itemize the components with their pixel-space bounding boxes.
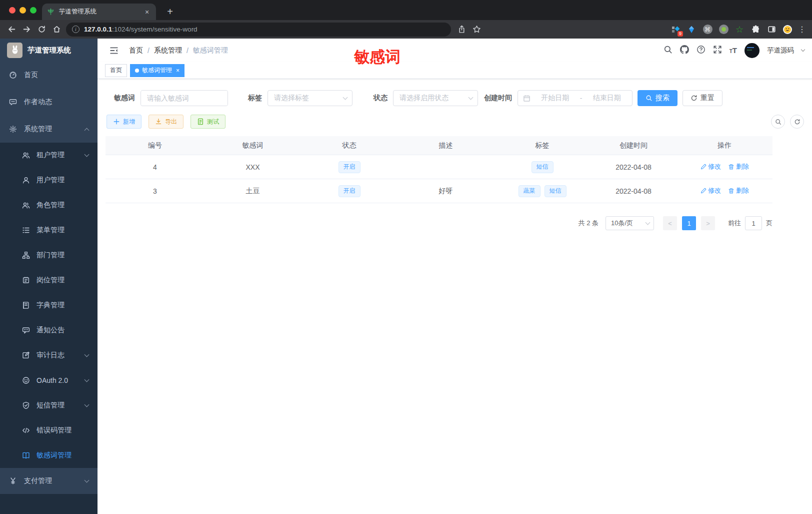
sidebar-item-label: OAuth 2.0: [36, 376, 68, 384]
font-size-icon[interactable]: TT: [730, 46, 737, 55]
reload-icon[interactable]: [34, 22, 49, 37]
keyword-input[interactable]: [141, 91, 228, 106]
search-toggle-icon[interactable]: [771, 115, 785, 129]
app-logo[interactable]: 芋道管理系统: [0, 39, 98, 62]
extension-star-icon[interactable]: [732, 22, 747, 37]
sidebar-item-label: 租户管理: [36, 151, 64, 160]
edit-label: 修改: [708, 186, 721, 195]
cell-id: 3: [106, 187, 204, 195]
sidebar-item-error-code[interactable]: 错误码管理: [0, 418, 98, 443]
cell-status: 开启: [301, 161, 398, 173]
share-icon[interactable]: [454, 22, 469, 37]
sidebar-item-sensitive-word[interactable]: 敏感词管理: [0, 443, 98, 468]
site-info-icon[interactable]: [72, 26, 80, 33]
status-select[interactable]: 请选择启用状态: [393, 90, 478, 106]
page-number-current[interactable]: 1: [682, 216, 696, 230]
header-search-icon[interactable]: [664, 45, 672, 56]
sidebar-item-label: 作者动态: [24, 98, 52, 107]
sidebar-item-label: 字典管理: [36, 301, 64, 310]
date-separator: -: [580, 94, 582, 102]
extension-command-icon[interactable]: [700, 22, 715, 37]
prev-page-button[interactable]: [663, 216, 677, 230]
col-header: 编号: [106, 141, 204, 150]
cell-desc: 好呀: [398, 187, 494, 196]
sidebar-item-tenant[interactable]: 租户管理: [0, 143, 98, 168]
date-range-picker[interactable]: 开始日期 - 结束日期: [518, 90, 632, 106]
page-size-value: 10条/页: [611, 219, 633, 228]
sidebar-item-role[interactable]: 角色管理: [0, 193, 98, 218]
search-button[interactable]: 搜索: [638, 90, 678, 106]
new-tab-button[interactable]: [163, 5, 177, 19]
tag-close-icon[interactable]: [176, 67, 180, 74]
close-window-button[interactable]: [9, 7, 16, 14]
sidebar-item-user[interactable]: 用户管理: [0, 168, 98, 193]
back-icon[interactable]: [4, 22, 19, 37]
export-button[interactable]: 导出: [148, 115, 184, 129]
tab-close-icon[interactable]: [143, 8, 151, 16]
sidebar-item-label: 系统管理: [24, 125, 52, 134]
tag-home[interactable]: 首页: [105, 64, 127, 77]
refresh-table-icon[interactable]: [790, 115, 804, 129]
browser-tab[interactable]: 芋道管理系统: [42, 4, 156, 20]
browser-menu-icon[interactable]: [796, 25, 808, 34]
sidebar-item-notice[interactable]: 通知公告: [0, 318, 98, 343]
sidebar-item-author-news[interactable]: 作者动态: [0, 89, 98, 116]
extension-grid-icon[interactable]: 9: [668, 22, 683, 37]
user-menu-caret-icon[interactable]: [801, 48, 805, 52]
favicon-leaf-icon: [47, 8, 54, 16]
home-icon[interactable]: [49, 22, 64, 37]
add-button[interactable]: 新增: [106, 115, 142, 129]
edit-link[interactable]: 修改: [700, 162, 721, 171]
page-size-select[interactable]: 10条/页: [606, 216, 654, 230]
sidebar-item-home[interactable]: 首页: [0, 62, 98, 89]
tag-pill: 蔬菜: [518, 185, 540, 197]
help-icon[interactable]: [696, 45, 706, 56]
goto-page-input[interactable]: [745, 216, 762, 230]
tag-label: 首页: [110, 66, 122, 75]
address-bar[interactable]: 127.0.0.1:1024/system/sensitive-word: [66, 23, 451, 37]
search-button-label: 搜索: [656, 94, 670, 103]
breadcrumb-system[interactable]: 系统管理: [154, 46, 182, 55]
sidebar-item-oauth[interactable]: OAuth 2.0: [0, 368, 98, 393]
breadcrumb-home[interactable]: 首页: [129, 46, 143, 55]
sidebar-item-system[interactable]: 系统管理: [0, 116, 98, 143]
tag-sensitive-word[interactable]: 敏感词管理: [130, 64, 184, 77]
goto-label: 前往: [728, 219, 741, 228]
user-avatar[interactable]: [744, 43, 760, 58]
sidebar-item-dict[interactable]: 字典管理: [0, 293, 98, 318]
edit-link[interactable]: 修改: [700, 186, 721, 195]
test-button[interactable]: 测试: [190, 115, 226, 129]
sidebar-item-label: 部门管理: [36, 251, 64, 260]
bookmark-star-icon[interactable]: [469, 22, 484, 37]
col-header: 状态: [301, 141, 398, 150]
zoom-window-button[interactable]: [30, 7, 36, 14]
tag-select[interactable]: 请选择标签: [268, 90, 352, 106]
side-panel-icon[interactable]: [764, 22, 779, 37]
test-button-label: 测试: [207, 118, 219, 126]
sidebar-item-audit-log[interactable]: 审计日志: [0, 343, 98, 368]
fullscreen-icon[interactable]: [713, 45, 722, 56]
dict-icon: [22, 301, 30, 309]
minimize-window-button[interactable]: [20, 7, 26, 14]
forward-icon[interactable]: [19, 22, 34, 37]
reset-button[interactable]: 重置: [682, 90, 722, 106]
next-page-button[interactable]: [701, 216, 715, 230]
sidebar-item-menu[interactable]: 菜单管理: [0, 218, 98, 243]
extension-kite-icon[interactable]: [684, 22, 699, 37]
sidebar-item-pay[interactable]: 支付管理: [0, 468, 98, 494]
github-icon[interactable]: [680, 45, 689, 56]
sidebar-item-dept[interactable]: 部门管理: [0, 243, 98, 268]
delete-link[interactable]: 删除: [728, 162, 749, 171]
user-name[interactable]: 芋道源码: [767, 46, 794, 55]
sidebar: 芋道管理系统 首页 作者动态 系统管理 租户管理: [0, 39, 98, 514]
extension-record-icon[interactable]: [716, 22, 731, 37]
profile-avatar-icon[interactable]: [780, 22, 795, 37]
gear-icon: [9, 125, 17, 133]
delete-link[interactable]: 删除: [728, 186, 749, 195]
sidebar-item-sms[interactable]: 短信管理: [0, 393, 98, 418]
add-button-label: 新增: [123, 118, 135, 126]
org-icon: [22, 251, 30, 259]
sidebar-item-post[interactable]: 岗位管理: [0, 268, 98, 293]
sidebar-collapse-icon[interactable]: [105, 42, 123, 60]
extensions-puzzle-icon[interactable]: [748, 22, 763, 37]
